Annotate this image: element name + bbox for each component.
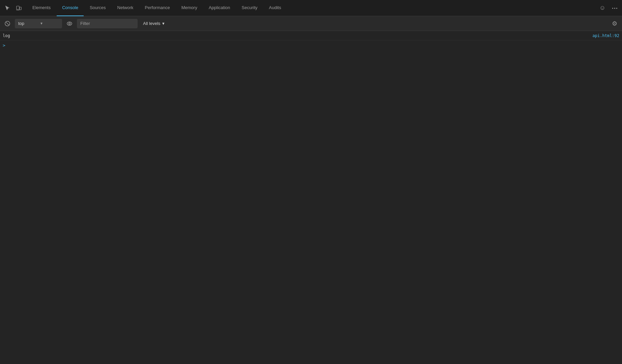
toolbar-right: ⚙ (610, 19, 619, 28)
console-input-line: > (0, 40, 622, 50)
context-value: top (18, 21, 38, 26)
console-toolbar: top ▼ All levels ▾ ⚙ (0, 16, 622, 31)
console-input[interactable] (9, 43, 619, 48)
log-entry-left: log (0, 33, 10, 38)
log-message: log (3, 33, 10, 38)
log-levels-chevron-icon: ▾ (162, 21, 165, 26)
tab-memory[interactable]: Memory (176, 0, 203, 16)
live-expressions-button[interactable] (65, 19, 74, 28)
tab-security[interactable]: Security (236, 0, 263, 16)
cursor-icon (5, 5, 10, 11)
feedback-button[interactable]: ☺ (598, 3, 607, 13)
tab-elements[interactable]: Elements (27, 0, 56, 16)
svg-point-5 (67, 22, 72, 25)
eye-icon (66, 21, 73, 27)
log-levels-button[interactable]: All levels ▾ (140, 19, 167, 28)
tab-network[interactable]: Network (112, 0, 139, 16)
inspect-element-button[interactable] (3, 3, 12, 13)
clear-icon (4, 21, 10, 27)
tab-performance[interactable]: Performance (139, 0, 175, 16)
prompt-symbol: > (3, 43, 8, 48)
svg-line-4 (6, 22, 9, 25)
console-settings-button[interactable]: ⚙ (610, 19, 619, 28)
context-selector[interactable]: top ▼ (15, 19, 62, 28)
tab-console[interactable]: Console (57, 0, 84, 16)
log-entry: log api.html:92 (0, 31, 622, 40)
tab-application[interactable]: Application (203, 0, 236, 16)
more-tabs-button[interactable]: ⋯ (610, 3, 619, 13)
device-toolbar-button[interactable] (14, 3, 24, 13)
log-source-link[interactable]: api.html:92 (593, 33, 619, 38)
tab-audits[interactable]: Audits (263, 0, 286, 16)
tab-sources[interactable]: Sources (84, 0, 111, 16)
device-icon (16, 5, 22, 11)
tab-bar-right: ☺ ⋯ (598, 3, 619, 13)
context-chevron-icon: ▼ (40, 22, 59, 25)
log-levels-label: All levels (143, 21, 160, 26)
tab-bar-left-icons (3, 3, 24, 13)
clear-console-button[interactable] (3, 19, 12, 28)
svg-point-6 (69, 23, 70, 24)
console-body: log api.html:92 > (0, 31, 622, 50)
svg-rect-1 (20, 7, 21, 10)
tab-bar: Elements Console Sources Network Perform… (0, 0, 622, 16)
filter-input[interactable] (77, 19, 138, 28)
